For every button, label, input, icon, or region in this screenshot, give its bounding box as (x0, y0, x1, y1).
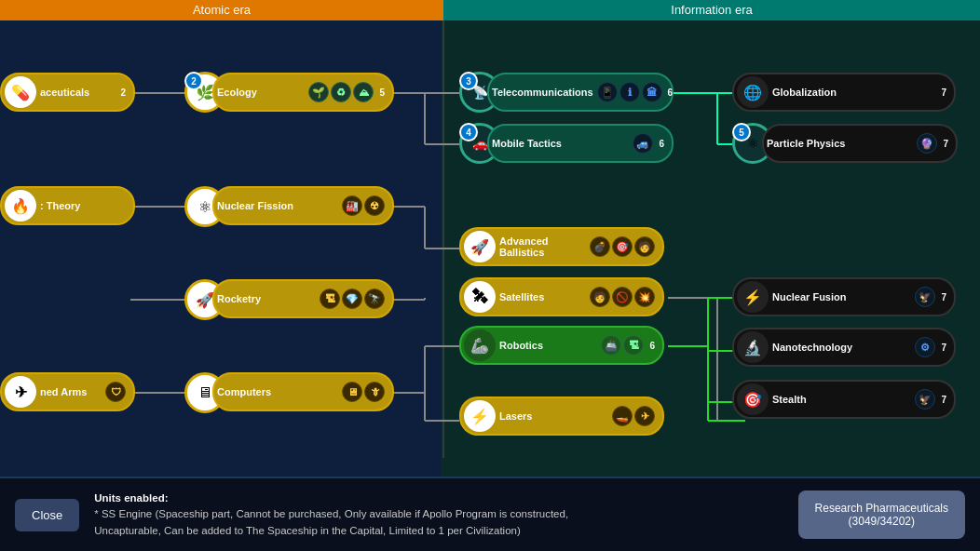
adv-bal-icons: 💣 🎯 🧑 (590, 236, 655, 257)
nano-icon: 🔬 (737, 331, 769, 363)
lasers-icon: ⚡ (464, 400, 496, 432)
rocketry-icon-2: 💎 (342, 289, 362, 309)
mobile-tactics-node[interactable]: Mobile Tactics 🚙 6 (487, 124, 674, 163)
rob-icon-1: 🚢 (601, 335, 621, 356)
rocketry-icon-3: 🔭 (364, 289, 385, 309)
tel-icon-2: ℹ (619, 82, 640, 102)
combined-arms-node[interactable]: ✈ ned Arms 🛡 (0, 372, 135, 411)
close-button[interactable]: Close (15, 499, 79, 531)
computers-icons: 🖥 🗡 (342, 382, 385, 402)
combined-arms-label: ned Arms (40, 386, 102, 397)
ecology-node[interactable]: Ecology 🌱 ♻ ⛰ 5 (212, 73, 394, 112)
pp-icons: 🔮 (917, 133, 937, 154)
mt-icon-1: 🚙 (633, 133, 653, 154)
mobile-tactics-cost: 6 (659, 139, 664, 149)
research-button[interactable]: Research Pharmaceuticals (3049/34202) (798, 491, 965, 539)
ab-icon-2: 🎯 (612, 236, 633, 257)
rocketry-node[interactable]: Rocketry 🏗 💎 🔭 (212, 279, 394, 318)
pharmaceuticals-node[interactable]: 💊 aceuticals 2 (0, 73, 135, 112)
ecology-label: Ecology (217, 87, 305, 98)
nf-icons: 🦅 (915, 287, 935, 307)
st-icon-1: 🦅 (915, 389, 935, 410)
stealth-cost: 7 (941, 395, 946, 405)
nano-cost: 7 (941, 343, 946, 353)
mobile-tactics-icons: 🚙 (633, 133, 653, 154)
glob-cost: 7 (941, 87, 946, 98)
rocketry-icon-1: 🏗 (320, 289, 340, 309)
info-era-header: Information era (443, 0, 980, 20)
advanced-ballistics-node[interactable]: 🚀 Advanced Ballistics 💣 🎯 🧑 (459, 227, 664, 266)
robotics-cost: 6 (649, 341, 655, 351)
telecomm-node[interactable]: Telecommunications 📱 ℹ 🏛 6 (487, 73, 674, 112)
satellites-icons: 🧑 🚫 💥 (590, 287, 655, 307)
era-headers: Atomic era Information era (0, 0, 980, 20)
sat-icon-1: 🧑 (590, 287, 610, 307)
nf-icon-1: 🦅 (915, 287, 935, 307)
lasers-node[interactable]: ⚡ Lasers 🚤 ✈ (459, 396, 664, 436)
tel-icon-1: 📱 (597, 82, 618, 102)
nuclear-fusion-icon: ⚡ (737, 281, 769, 313)
nanotechnology-node[interactable]: 🔬 Nanotechnology ⚙ 7 (732, 328, 956, 367)
globalization-node[interactable]: 🌐 Globalization 7 (732, 73, 956, 112)
particle-physics-node[interactable]: Particle Physics 🔮 7 (762, 124, 958, 163)
nano-icons: ⚙ (915, 337, 935, 357)
sat-icon-2: 🚫 (612, 287, 633, 307)
app: Atomic era Information era (0, 0, 980, 551)
robotics-label: Robotics (499, 340, 597, 351)
particle-physics-label: Particle Physics (767, 138, 913, 149)
nuclear-fusion-label: Nuclear Fusion (772, 291, 911, 302)
las-icon-2: ✈ (634, 406, 655, 426)
computers-label: Computers (217, 386, 338, 397)
stealth-icons: 🦅 (915, 389, 935, 410)
ab-icon-3: 🧑 (634, 236, 655, 257)
telecomm-icons: 📱 ℹ 🏛 (597, 82, 662, 102)
satellites-icon: 🛰 (464, 281, 496, 313)
mobile-tactics-number: 4 (459, 123, 478, 141)
pp-icon-1: 🔮 (917, 133, 937, 154)
atomic-era-header: Atomic era (0, 0, 443, 20)
fission-icon-2: ☢ (364, 195, 385, 216)
ecology-cost: 5 (379, 87, 385, 98)
computers-node[interactable]: Computers 🖥 🗡 (212, 372, 394, 411)
ca-icon-1: 🛡 (105, 382, 126, 402)
quantum-label: : Theory (40, 200, 126, 211)
nuclear-fusion-cost: 7 (941, 292, 946, 302)
satellites-label: Satellites (499, 291, 586, 302)
bottom-info: Units enabled: * SS Engine (Spaceship pa… (94, 491, 783, 539)
telecomm-number: 3 (459, 72, 478, 90)
ecology-number: 2 (184, 72, 203, 90)
mobile-tactics-label: Mobile Tactics (492, 138, 629, 149)
adv-bal-label: Advanced Ballistics (499, 235, 586, 258)
sat-icon-3: 💥 (634, 287, 655, 307)
rocketry-label: Rocketry (217, 293, 316, 304)
glob-icon: 🌐 (737, 76, 769, 108)
ecology-icons: 🌱 ♻ ⛰ (308, 82, 374, 102)
lasers-icons: 🚤 ✈ (612, 406, 655, 426)
pharmaceuticals-icon: 💊 (5, 76, 36, 108)
particle-physics-cost: 7 (943, 139, 948, 149)
rocketry-icons: 🏗 💎 🔭 (320, 289, 385, 309)
tech-tree: 💊 aceuticals 2 🌿 2 Ecology 🌱 ♻ ⛰ 5 🔥 : T… (0, 20, 980, 477)
lasers-label: Lasers (499, 410, 608, 422)
nuclear-fission-node[interactable]: Nuclear Fission 🏭 ☢ (212, 186, 394, 225)
pharmaceuticals-label: aceuticals (40, 87, 115, 98)
eco-icon-1: 🌱 (308, 82, 329, 102)
telecomm-label: Telecommunications (492, 87, 593, 98)
glob-label: Globalization (772, 87, 935, 98)
stealth-node[interactable]: 🎯 Stealth 🦅 7 (732, 380, 956, 419)
info-title: Units enabled: (94, 491, 783, 506)
las-icon-1: 🚤 (612, 406, 633, 426)
tel-icon-3: 🏛 (642, 82, 662, 102)
quantum-icon: 🔥 (5, 190, 36, 222)
ab-icon-1: 💣 (590, 236, 610, 257)
comp-icon-1: 🖥 (342, 382, 362, 402)
robotics-node[interactable]: 🦾 Robotics 🚢 🏗 6 (459, 326, 664, 365)
quantum-theory-node[interactable]: 🔥 : Theory (0, 186, 135, 225)
satellites-node[interactable]: 🛰 Satellites 🧑 🚫 💥 (459, 277, 664, 316)
bottom-bar: Close Units enabled: * SS Engine (Spaces… (0, 477, 980, 551)
eco-icon-2: ♻ (331, 82, 351, 102)
rob-icon-2: 🏗 (623, 335, 644, 356)
info-text: * SS Engine (Spaceship part, Cannot be p… (94, 506, 783, 539)
adv-bal-icon: 🚀 (464, 231, 496, 262)
nuclear-fusion-node[interactable]: ⚡ Nuclear Fusion 🦅 7 (732, 277, 956, 316)
